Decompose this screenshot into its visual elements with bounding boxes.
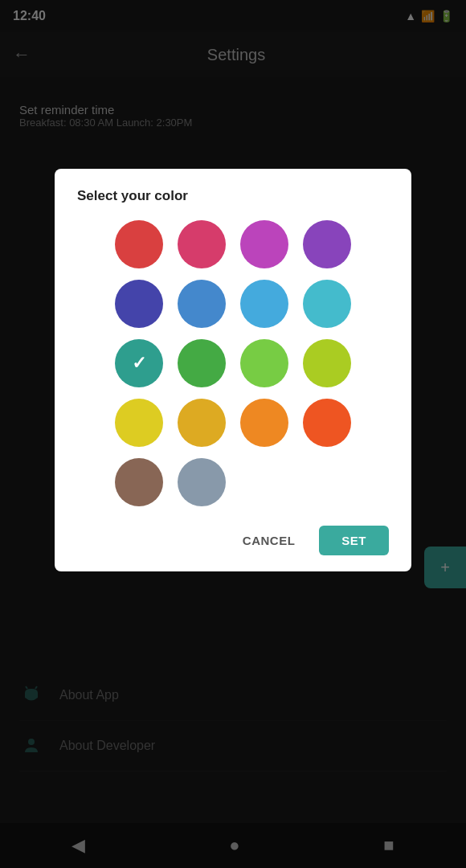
color-purple-mid[interactable] — [240, 220, 288, 268]
color-picker-dialog: Select your color CANCEL SET — [55, 169, 411, 571]
color-brown[interactable] — [115, 458, 163, 506]
color-green-light[interactable] — [240, 339, 288, 387]
color-teal-dark[interactable] — [115, 339, 163, 387]
dialog-buttons: CANCEL SET — [77, 526, 389, 555]
color-indigo[interactable] — [115, 280, 163, 328]
color-red[interactable] — [115, 220, 163, 268]
color-teal-light[interactable] — [303, 280, 351, 328]
color-lime[interactable] — [303, 339, 351, 387]
color-blue-mid[interactable] — [178, 280, 226, 328]
color-grid — [77, 220, 389, 506]
color-green-mid[interactable] — [178, 339, 226, 387]
color-orange[interactable] — [240, 399, 288, 447]
cancel-button[interactable]: CANCEL — [228, 526, 310, 555]
set-button[interactable]: SET — [319, 526, 389, 555]
color-crimson[interactable] — [178, 220, 226, 268]
color-yellow[interactable] — [115, 399, 163, 447]
color-slate[interactable] — [178, 458, 226, 506]
dialog-title: Select your color — [77, 188, 389, 204]
color-amber[interactable] — [178, 399, 226, 447]
color-blue-sky[interactable] — [240, 280, 288, 328]
color-purple-deep[interactable] — [303, 220, 351, 268]
color-orange-red[interactable] — [303, 399, 351, 447]
